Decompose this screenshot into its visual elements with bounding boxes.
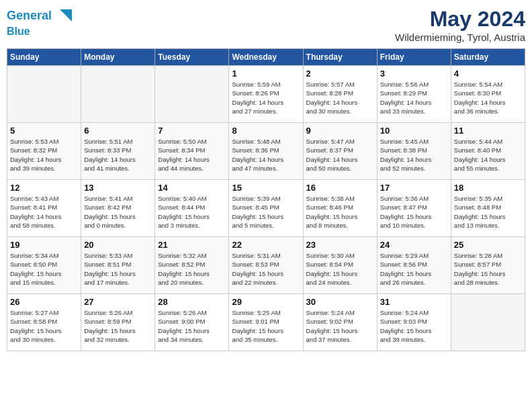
svg-marker-0 — [60, 9, 72, 21]
calendar-cell: 27Sunrise: 5:26 AM Sunset: 8:59 PM Dayli… — [81, 294, 155, 351]
calendar-cell: 21Sunrise: 5:32 AM Sunset: 8:52 PM Dayli… — [155, 237, 229, 294]
col-header-sunday: Sunday — [7, 49, 81, 66]
day-number: 20 — [84, 240, 152, 250]
day-info: Sunrise: 5:25 AM Sunset: 9:01 PM Dayligh… — [232, 308, 300, 344]
calendar-cell: 30Sunrise: 5:24 AM Sunset: 9:02 PM Dayli… — [303, 294, 377, 351]
day-info: Sunrise: 5:57 AM Sunset: 8:28 PM Dayligh… — [306, 80, 374, 116]
day-number: 4 — [454, 68, 522, 79]
calendar-cell — [155, 66, 229, 123]
calendar-cell: 24Sunrise: 5:29 AM Sunset: 8:56 PM Dayli… — [377, 237, 451, 294]
location-text: Wildermieming, Tyrol, Austria — [395, 32, 525, 43]
day-number: 30 — [306, 297, 374, 307]
calendar-cell: 23Sunrise: 5:30 AM Sunset: 8:54 PM Dayli… — [303, 237, 377, 294]
day-info: Sunrise: 5:24 AM Sunset: 9:02 PM Dayligh… — [306, 308, 374, 344]
day-info: Sunrise: 5:31 AM Sunset: 8:53 PM Dayligh… — [232, 251, 300, 287]
calendar-cell: 28Sunrise: 5:26 AM Sunset: 9:00 PM Dayli… — [155, 294, 229, 351]
calendar-cell: 3Sunrise: 5:56 AM Sunset: 8:29 PM Daylig… — [377, 66, 451, 123]
day-info: Sunrise: 5:30 AM Sunset: 8:54 PM Dayligh… — [306, 251, 374, 287]
calendar-week-row: 12Sunrise: 5:43 AM Sunset: 8:41 PM Dayli… — [7, 180, 525, 237]
day-number: 23 — [306, 240, 374, 250]
day-number: 16 — [306, 183, 374, 193]
calendar-cell — [7, 66, 81, 123]
calendar-cell: 4Sunrise: 5:54 AM Sunset: 8:30 PM Daylig… — [451, 66, 525, 123]
day-number: 5 — [10, 126, 78, 136]
calendar-cell — [451, 294, 525, 351]
day-number: 25 — [454, 240, 522, 250]
day-number: 29 — [232, 297, 300, 307]
day-info: Sunrise: 5:43 AM Sunset: 8:41 PM Dayligh… — [10, 194, 78, 230]
day-info: Sunrise: 5:47 AM Sunset: 8:37 PM Dayligh… — [306, 137, 374, 173]
calendar-cell: 20Sunrise: 5:33 AM Sunset: 8:51 PM Dayli… — [81, 237, 155, 294]
day-number: 10 — [380, 126, 448, 136]
calendar-cell: 25Sunrise: 5:28 AM Sunset: 8:57 PM Dayli… — [451, 237, 525, 294]
day-number: 9 — [306, 126, 374, 136]
day-info: Sunrise: 5:28 AM Sunset: 8:57 PM Dayligh… — [454, 251, 522, 287]
col-header-monday: Monday — [81, 49, 155, 66]
day-number: 12 — [10, 183, 78, 193]
day-number: 28 — [158, 297, 226, 307]
day-number: 15 — [232, 183, 300, 193]
logo: General Blue — [7, 7, 72, 38]
day-info: Sunrise: 5:32 AM Sunset: 8:52 PM Dayligh… — [158, 251, 226, 287]
calendar-cell: 29Sunrise: 5:25 AM Sunset: 9:01 PM Dayli… — [229, 294, 303, 351]
day-info: Sunrise: 5:45 AM Sunset: 8:38 PM Dayligh… — [380, 137, 448, 173]
day-number: 27 — [84, 297, 152, 307]
calendar-header-row: SundayMondayTuesdayWednesdayThursdayFrid… — [7, 49, 525, 66]
calendar-cell: 1Sunrise: 5:59 AM Sunset: 8:26 PM Daylig… — [229, 66, 303, 123]
day-number: 14 — [158, 183, 226, 193]
day-info: Sunrise: 5:29 AM Sunset: 8:56 PM Dayligh… — [380, 251, 448, 287]
col-header-tuesday: Tuesday — [155, 49, 229, 66]
day-number: 2 — [306, 68, 374, 79]
day-number: 1 — [232, 68, 300, 79]
day-info: Sunrise: 5:26 AM Sunset: 9:00 PM Dayligh… — [158, 308, 226, 344]
logo-text: General — [7, 9, 52, 23]
calendar-cell: 9Sunrise: 5:47 AM Sunset: 8:37 PM Daylig… — [303, 123, 377, 180]
title-block: May 2024 Wildermieming, Tyrol, Austria — [395, 7, 525, 43]
logo-line2: Blue — [7, 26, 72, 38]
col-header-friday: Friday — [377, 49, 451, 66]
col-header-thursday: Thursday — [303, 49, 377, 66]
month-title: May 2024 — [395, 7, 525, 32]
calendar-cell: 10Sunrise: 5:45 AM Sunset: 8:38 PM Dayli… — [377, 123, 451, 180]
calendar-table: SundayMondayTuesdayWednesdayThursdayFrid… — [7, 48, 525, 351]
day-number: 22 — [232, 240, 300, 250]
calendar-cell: 18Sunrise: 5:35 AM Sunset: 8:48 PM Dayli… — [451, 180, 525, 237]
calendar-cell: 15Sunrise: 5:39 AM Sunset: 8:45 PM Dayli… — [229, 180, 303, 237]
calendar-cell: 26Sunrise: 5:27 AM Sunset: 8:58 PM Dayli… — [7, 294, 81, 351]
col-header-saturday: Saturday — [451, 49, 525, 66]
day-number: 7 — [158, 126, 226, 136]
calendar-cell: 12Sunrise: 5:43 AM Sunset: 8:41 PM Dayli… — [7, 180, 81, 237]
calendar-cell: 7Sunrise: 5:50 AM Sunset: 8:34 PM Daylig… — [155, 123, 229, 180]
calendar-cell: 5Sunrise: 5:53 AM Sunset: 8:32 PM Daylig… — [7, 123, 81, 180]
day-number: 26 — [10, 297, 78, 307]
calendar-week-row: 5Sunrise: 5:53 AM Sunset: 8:32 PM Daylig… — [7, 123, 525, 180]
day-number: 6 — [84, 126, 152, 136]
day-number: 18 — [454, 183, 522, 193]
day-info: Sunrise: 5:36 AM Sunset: 8:47 PM Dayligh… — [380, 194, 448, 230]
calendar-cell: 2Sunrise: 5:57 AM Sunset: 8:28 PM Daylig… — [303, 66, 377, 123]
day-info: Sunrise: 5:24 AM Sunset: 9:03 PM Dayligh… — [380, 308, 448, 344]
calendar-week-row: 26Sunrise: 5:27 AM Sunset: 8:58 PM Dayli… — [7, 294, 525, 351]
calendar-week-row: 19Sunrise: 5:34 AM Sunset: 8:50 PM Dayli… — [7, 237, 525, 294]
page-header: General Blue May 2024 Wildermieming, Tyr… — [7, 7, 525, 43]
day-info: Sunrise: 5:34 AM Sunset: 8:50 PM Dayligh… — [10, 251, 78, 287]
calendar-cell: 6Sunrise: 5:51 AM Sunset: 8:33 PM Daylig… — [81, 123, 155, 180]
day-info: Sunrise: 5:27 AM Sunset: 8:58 PM Dayligh… — [10, 308, 78, 344]
calendar-cell: 14Sunrise: 5:40 AM Sunset: 8:44 PM Dayli… — [155, 180, 229, 237]
day-number: 19 — [10, 240, 78, 250]
day-info: Sunrise: 5:26 AM Sunset: 8:59 PM Dayligh… — [84, 308, 152, 344]
day-info: Sunrise: 5:59 AM Sunset: 8:26 PM Dayligh… — [232, 80, 300, 116]
day-info: Sunrise: 5:41 AM Sunset: 8:42 PM Dayligh… — [84, 194, 152, 230]
day-info: Sunrise: 5:50 AM Sunset: 8:34 PM Dayligh… — [158, 137, 226, 173]
calendar-cell — [81, 66, 155, 123]
day-number: 8 — [232, 126, 300, 136]
day-number: 24 — [380, 240, 448, 250]
day-number: 17 — [380, 183, 448, 193]
day-number: 21 — [158, 240, 226, 250]
day-number: 13 — [84, 183, 152, 193]
calendar-cell: 19Sunrise: 5:34 AM Sunset: 8:50 PM Dayli… — [7, 237, 81, 294]
day-info: Sunrise: 5:39 AM Sunset: 8:45 PM Dayligh… — [232, 194, 300, 230]
day-info: Sunrise: 5:53 AM Sunset: 8:32 PM Dayligh… — [10, 137, 78, 173]
day-number: 3 — [380, 68, 448, 79]
day-info: Sunrise: 5:44 AM Sunset: 8:40 PM Dayligh… — [454, 137, 522, 173]
